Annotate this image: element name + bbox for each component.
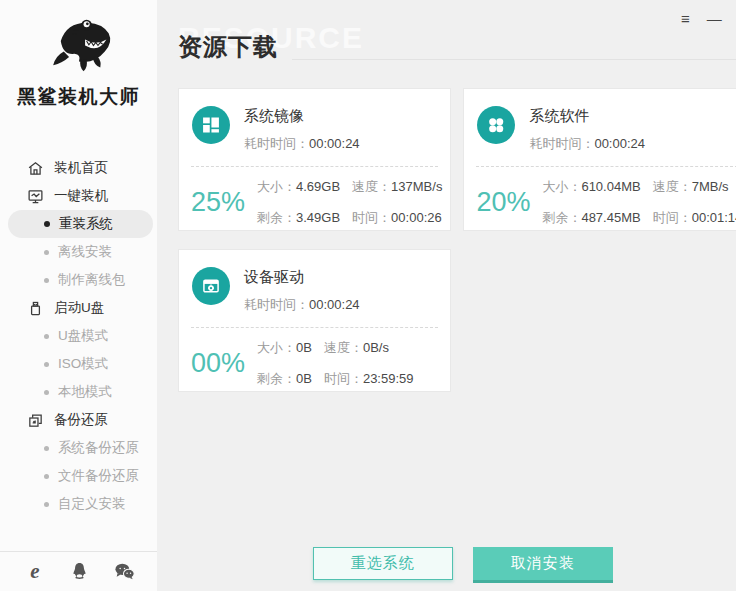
card-system-image: 系统镜像 耗时时间：00:00:24 25% 大小：4.69GB 速度：137M… <box>178 88 451 231</box>
sidebar-item-label: 重装系统 <box>59 215 113 233</box>
sidebar-item-custom-install[interactable]: 自定义安装 <box>8 490 153 518</box>
sidebar-item-iso-mode[interactable]: ISO模式 <box>8 350 153 378</box>
cancel-install-button[interactable]: 取消安装 <box>473 547 613 580</box>
sidebar-item-label: 制作离线包 <box>58 271 126 289</box>
sidebar-item-offline-install[interactable]: 离线安装 <box>8 238 153 266</box>
sidebar-item-backup-restore[interactable]: 备份还原 <box>0 406 157 434</box>
footer-buttons: 重选系统 取消安装 <box>158 547 736 580</box>
main-panel: ≡ — ✕ RESOURCE 资源下载 系统镜像 耗时时间：00:00 <box>158 0 736 591</box>
sidebar-item-label: 文件备份还原 <box>58 467 139 485</box>
page-title: 资源下载 <box>178 31 278 63</box>
stat-size: 大小：0B <box>257 339 312 357</box>
elapsed-time: 耗时时间：00:00:24 <box>244 135 360 153</box>
sidebar-item-make-offline-package[interactable]: 制作离线包 <box>8 266 153 294</box>
bullet-icon <box>44 221 50 227</box>
card-device-driver: 设备驱动 耗时时间：00:00:24 00% 大小：0B 速度：0B/s 剩余：… <box>178 249 451 392</box>
stat-speed: 速度：137MB/s <box>352 178 442 196</box>
title-divider <box>292 59 736 60</box>
card-title: 系统软件 <box>529 106 645 126</box>
bullet-icon <box>44 362 49 367</box>
usb-icon <box>27 300 44 317</box>
sidebar-item-label: 自定义安装 <box>58 495 126 513</box>
stat-speed: 速度：7MB/s <box>653 178 736 196</box>
reselect-system-button[interactable]: 重选系统 <box>313 547 453 580</box>
app-name: 黑鲨装机大师 <box>0 84 157 110</box>
sidebar-item-label: ISO模式 <box>58 355 108 373</box>
sidebar-item-local-mode[interactable]: 本地模式 <box>8 378 153 406</box>
sidebar-item-usb-mode[interactable]: U盘模式 <box>8 322 153 350</box>
minimize-icon[interactable]: — <box>707 10 722 27</box>
sidebar-item-label: 备份还原 <box>54 411 108 429</box>
page-header: RESOURCE 资源下载 <box>178 31 736 63</box>
sidebar: 黑鲨装机大师 装机首页 一键装机 重装系统 离线安装 <box>0 0 158 591</box>
download-cards: 系统镜像 耗时时间：00:00:24 25% 大小：4.69GB 速度：137M… <box>178 88 736 392</box>
bullet-icon <box>44 390 49 395</box>
sidebar-item-label: 本地模式 <box>58 383 112 401</box>
monitor-icon <box>27 188 44 205</box>
sidebar-item-label: U盘模式 <box>58 327 108 345</box>
stat-remaining: 剩余：3.49GB <box>257 209 340 227</box>
progress-percent: 00% <box>191 348 247 379</box>
home-icon <box>27 160 44 177</box>
bullet-icon <box>44 334 49 339</box>
restore-icon <box>27 412 44 429</box>
sidebar-item-label: 一键装机 <box>54 187 108 205</box>
app-logo: 黑鲨装机大师 <box>0 0 157 110</box>
bullet-icon <box>44 446 49 451</box>
wechat-icon[interactable] <box>113 561 135 581</box>
sidebar-item-onekey[interactable]: 一键装机 <box>0 182 157 210</box>
sidebar-item-file-backup-restore[interactable]: 文件备份还原 <box>8 462 153 490</box>
stat-time: 时间：00:00:26 <box>352 209 442 227</box>
stat-remaining: 剩余：0B <box>257 370 312 388</box>
sidebar-item-system-backup-restore[interactable]: 系统备份还原 <box>8 434 153 462</box>
bullet-icon <box>44 278 49 283</box>
shark-logo-icon <box>41 12 117 82</box>
sidebar-item-boot-usb[interactable]: 启动U盘 <box>0 294 157 322</box>
app-window: 黑鲨装机大师 装机首页 一键装机 重装系统 离线安装 <box>0 0 736 591</box>
progress-percent: 20% <box>476 187 532 218</box>
card-title: 设备驱动 <box>244 267 360 287</box>
bullet-icon <box>44 502 49 507</box>
driver-icon <box>192 267 230 305</box>
progress-percent: 25% <box>191 187 247 218</box>
stat-size: 大小：4.69GB <box>257 178 340 196</box>
qq-icon[interactable] <box>69 561 91 581</box>
sidebar-item-label: 系统备份还原 <box>58 439 139 457</box>
menu-icon[interactable]: ≡ <box>681 10 690 27</box>
sidebar-item-label: 装机首页 <box>54 159 108 177</box>
app-grid-icon <box>477 106 515 144</box>
sidebar-item-home[interactable]: 装机首页 <box>0 154 157 182</box>
stat-speed: 速度：0B/s <box>324 339 414 357</box>
card-title: 系统镜像 <box>244 106 360 126</box>
stat-time: 时间：23:59:59 <box>324 370 414 388</box>
elapsed-time: 耗时时间：00:00:24 <box>244 296 360 314</box>
stat-size: 大小：610.04MB <box>542 178 640 196</box>
stat-time: 时间：00:01:14 <box>653 209 736 227</box>
bullet-icon <box>44 474 49 479</box>
stat-remaining: 剩余：487.45MB <box>542 209 640 227</box>
ie-icon[interactable]: e <box>24 561 46 581</box>
sidebar-item-reinstall[interactable]: 重装系统 <box>8 210 153 238</box>
sidebar-footer: e <box>0 551 157 591</box>
window-controls: ≡ — ✕ <box>681 10 736 27</box>
sidebar-menu: 装机首页 一键装机 重装系统 离线安装 制作离线包 <box>0 154 157 518</box>
card-system-software: 系统软件 耗时时间：00:00:24 20% 大小：610.04MB 速度：7M… <box>463 88 736 231</box>
sidebar-item-label: 启动U盘 <box>54 299 104 317</box>
bullet-icon <box>44 250 49 255</box>
sidebar-item-label: 离线安装 <box>58 243 112 261</box>
elapsed-time: 耗时时间：00:00:24 <box>529 135 645 153</box>
windows-grid-icon <box>192 106 230 144</box>
